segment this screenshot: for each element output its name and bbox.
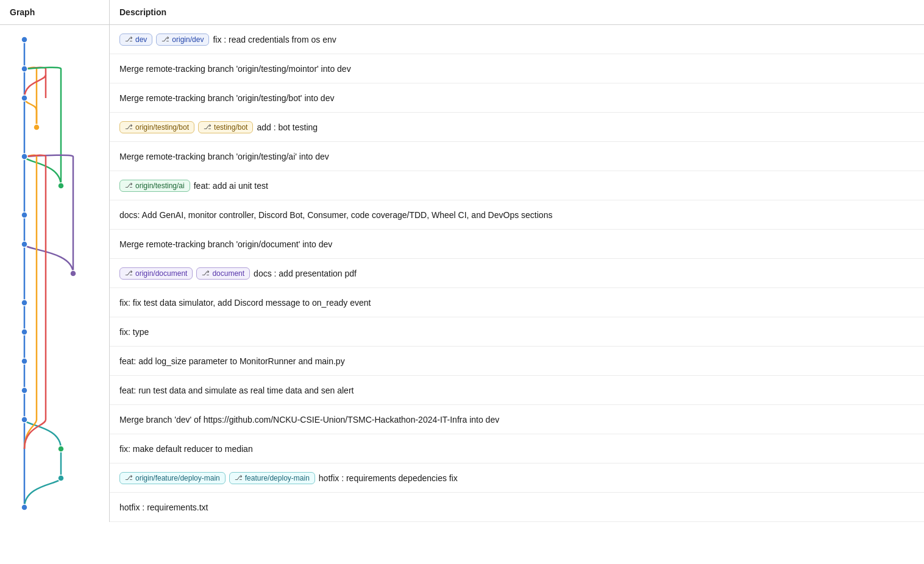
branch-icon: ⎇: [125, 182, 133, 189]
table-row: fix: make default reducer to median: [110, 434, 924, 464]
svg-point-9: [21, 66, 27, 72]
svg-point-14: [21, 300, 27, 306]
svg-point-16: [21, 358, 27, 364]
commit-description: hotfix : requirements depedencies fix: [319, 473, 458, 483]
commit-description: hotfix : requirements.txt: [119, 502, 208, 512]
table-row: docs: Add GenAI, monitor controller, Dis…: [110, 200, 924, 230]
svg-point-17: [21, 387, 27, 393]
branch-icon: ⎇: [125, 35, 133, 43]
branch-icon: ⎇: [162, 35, 169, 43]
svg-point-18: [21, 417, 27, 423]
branch-icon: ⎇: [125, 474, 133, 482]
svg-point-23: [58, 446, 64, 452]
svg-point-13: [21, 241, 27, 247]
table-header: Graph Description: [0, 0, 924, 25]
commit-description: feat: add log_size parameter to MonitorR…: [119, 356, 345, 366]
table-row: hotfix : requirements.txt: [110, 493, 924, 522]
description-column-header: Description: [110, 0, 924, 24]
main-container: Graph Description ⎇ dev⎇ origin/devfix :…: [0, 0, 924, 564]
table-row: Merge remote-tracking branch 'origin/tes…: [110, 142, 924, 171]
table-row: fix: type: [110, 317, 924, 347]
table-row: Merge remote-tracking branch 'origin/doc…: [110, 230, 924, 259]
svg-point-24: [58, 475, 64, 481]
branch-tag[interactable]: ⎇ testing/bot: [198, 121, 253, 133]
branch-icon: ⎇: [204, 123, 211, 131]
branch-icon: ⎇: [202, 269, 210, 277]
svg-point-22: [70, 270, 76, 277]
graph-column: [0, 25, 110, 522]
table-row: feat: run test data and simulate as real…: [110, 376, 924, 405]
commit-description: feat: run test data and simulate as real…: [119, 386, 354, 395]
table-row: ⎇ origin/feature/deploy-main⎇ feature/de…: [110, 464, 924, 493]
table-row: Merge remote-tracking branch 'origin/tes…: [110, 54, 924, 83]
svg-point-15: [21, 329, 27, 335]
commit-description: docs: Add GenAI, monitor controller, Dis…: [119, 210, 552, 220]
table-row: Merge remote-tracking branch 'origin/tes…: [110, 83, 924, 113]
commit-description: fix: make default reducer to median: [119, 444, 253, 454]
branch-tag[interactable]: ⎇ origin/testing/bot: [119, 121, 194, 133]
branch-tag[interactable]: ⎇ origin/testing/ai: [119, 180, 190, 192]
commit-description: Merge remote-tracking branch 'origin/tes…: [119, 64, 351, 74]
branch-tag[interactable]: ⎇ origin/feature/deploy-main: [119, 472, 226, 484]
graph-content-wrapper: ⎇ dev⎇ origin/devfix : read credentials …: [0, 25, 924, 522]
table-row: fix: fix test data simulator, add Discor…: [110, 288, 924, 317]
commit-list: ⎇ dev⎇ origin/devfix : read credentials …: [110, 25, 924, 522]
branch-icon: ⎇: [125, 269, 133, 277]
table-row: ⎇ origin/document⎇ documentdocs : add pr…: [110, 259, 924, 288]
svg-point-8: [21, 37, 27, 43]
branch-tag[interactable]: ⎇ origin/document: [119, 267, 193, 280]
svg-point-12: [21, 212, 27, 218]
commit-description: Merge remote-tracking branch 'origin/tes…: [119, 152, 329, 161]
svg-point-19: [21, 504, 27, 510]
svg-point-10: [21, 95, 27, 101]
svg-point-20: [34, 124, 40, 130]
table-row: feat: add log_size parameter to MonitorR…: [110, 347, 924, 376]
commit-description: Merge branch 'dev' of https://github.com…: [119, 415, 499, 425]
graph-svg: [0, 25, 110, 522]
branch-tag[interactable]: ⎇ origin/dev: [156, 33, 209, 46]
branch-tag[interactable]: ⎇ dev: [119, 33, 152, 46]
table-row: Merge branch 'dev' of https://github.com…: [110, 405, 924, 434]
svg-point-11: [21, 153, 27, 160]
table-row: ⎇ dev⎇ origin/devfix : read credentials …: [110, 25, 924, 54]
commit-description: fix: type: [119, 327, 149, 337]
branch-tag[interactable]: ⎇ feature/deploy-main: [229, 472, 315, 484]
svg-point-21: [58, 183, 64, 189]
commit-description: Merge remote-tracking branch 'origin/tes…: [119, 93, 334, 103]
commit-description: add : bot testing: [257, 122, 318, 132]
commit-description: fix : read credentials from os env: [213, 35, 336, 44]
branch-tag[interactable]: ⎇ document: [196, 267, 250, 280]
branch-icon: ⎇: [125, 123, 133, 131]
graph-column-header: Graph: [0, 0, 110, 24]
branch-icon: ⎇: [235, 474, 243, 482]
commit-description: Merge remote-tracking branch 'origin/doc…: [119, 239, 332, 249]
commit-description: feat: add ai unit test: [194, 181, 268, 191]
commit-rows: ⎇ dev⎇ origin/devfix : read credentials …: [0, 25, 924, 522]
table-row: ⎇ origin/testing/aifeat: add ai unit tes…: [110, 171, 924, 200]
commit-description: fix: fix test data simulator, add Discor…: [119, 298, 371, 308]
table-row: ⎇ origin/testing/bot⎇ testing/botadd : b…: [110, 113, 924, 142]
commit-description: docs : add presentation pdf: [254, 269, 357, 278]
